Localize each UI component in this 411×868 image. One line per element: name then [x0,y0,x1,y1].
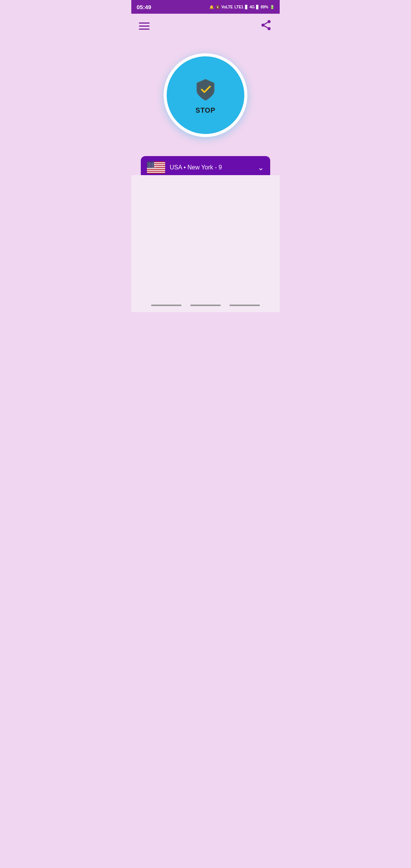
nav-indicator-3 [229,305,260,306]
nav-bar [131,298,280,312]
bottom-area [131,175,280,312]
mute-icon: 🔇 [215,5,220,9]
status-icons: 🔔 🔇 VoLTE LTE1 ▊ 4G ▊ 89% 🔋 [209,5,274,9]
hamburger-line-3 [139,29,150,30]
alarm-icon: 🔔 [209,5,214,9]
share-button[interactable] [260,19,272,33]
server-name-text: USA • New York - 9 [170,164,222,171]
menu-button[interactable] [139,22,150,30]
svg-text:★ ★ ★ ★ ★ ★: ★ ★ ★ ★ ★ ★ [147,167,156,168]
hamburger-line-1 [139,22,150,24]
signal-icon2: ▊ [256,5,259,9]
status-time: 05:49 [137,4,151,10]
lte-icon: LTE1 [234,5,244,9]
hamburger-line-2 [139,26,150,27]
country-flag: ★ ★ ★ ★ ★ ★ ★ ★ ★ ★ ★ ★ ★ ★ ★ ★ ★ ★ ★ ★ … [147,161,165,174]
main-content: STOP ★ ★ ★ ★ ★ ★ [131,38,280,187]
svg-point-2 [268,27,271,30]
battery-icon: 🔋 [270,5,274,9]
nav-indicator-2 [190,305,221,306]
server-info: ★ ★ ★ ★ ★ ★ ★ ★ ★ ★ ★ ★ ★ ★ ★ ★ ★ ★ ★ ★ … [147,161,222,174]
signal-icon1: ▊ [245,5,248,9]
status-bar: 05:49 🔔 🔇 VoLTE LTE1 ▊ 4G ▊ 89% 🔋 [131,0,280,14]
chevron-down-icon: ⌄ [258,163,264,172]
app-bar [131,14,280,38]
svg-point-1 [261,24,264,27]
network-4g: 4G [250,5,255,9]
svg-point-0 [268,20,271,23]
network-type: VoLTE [221,5,233,9]
svg-rect-11 [147,172,165,172]
vpn-button-container: STOP [164,53,247,137]
shield-icon [192,76,219,103]
nav-indicator-1 [151,305,182,306]
vpn-toggle-button[interactable]: STOP [164,53,247,137]
vpn-stop-label: STOP [196,107,216,115]
svg-line-3 [264,26,268,28]
battery-text: 89% [261,5,268,9]
vpn-inner-content: STOP [192,76,219,115]
svg-line-4 [264,22,268,24]
svg-rect-10 [147,170,165,171]
